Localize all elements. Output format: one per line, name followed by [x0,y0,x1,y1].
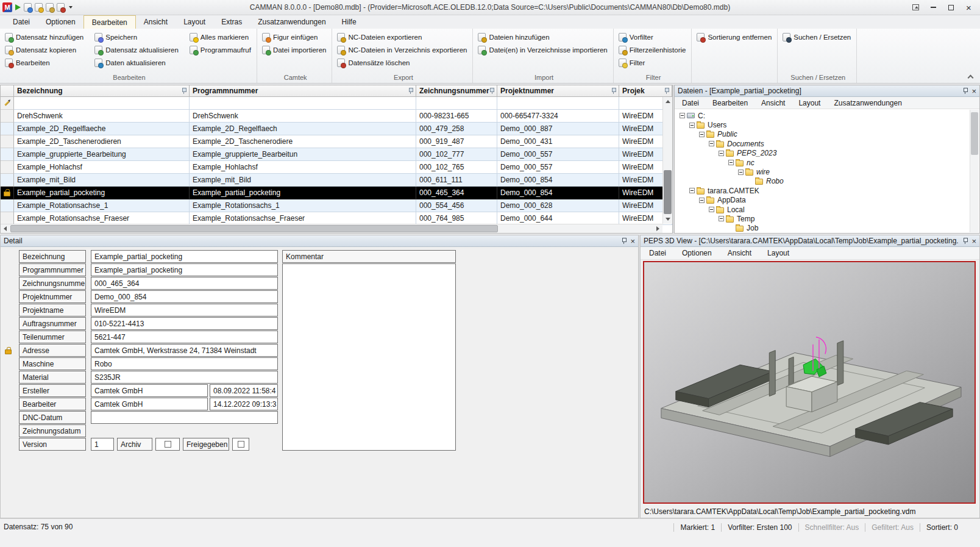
detail-field-maschine[interactable]: Robo [91,357,278,370]
tree-expander-icon[interactable] [699,198,705,203]
row-selector[interactable] [1,174,14,187]
run-icon[interactable] [15,4,21,10]
ribbon-tab-extras[interactable]: Extras [213,15,250,29]
ribbon-button-datensätze-löschen[interactable]: Datensätze löschen [336,56,470,69]
detail-field-projektname[interactable]: WireEDM [91,304,278,316]
grid-horizontal-scrollbar[interactable] [1,224,662,233]
ribbon-tab-datei[interactable]: Datei [5,15,38,29]
ribbon-button-nc-dateien-in-verzeichnis-exportieren[interactable]: NC-Dateien in Verzeichnis exportieren [336,43,470,56]
column-pin-icon[interactable] [181,88,186,95]
tree-item-local[interactable]: Local [680,205,970,214]
peps-menu-layout[interactable]: Layout [767,249,789,257]
ribbon-button-datei-importieren[interactable]: Datei importieren [261,43,330,56]
pin-icon[interactable] [962,238,967,244]
row-selector[interactable] [1,123,14,135]
3d-viewport[interactable] [643,261,976,504]
tree-item-users[interactable]: Users [680,120,970,129]
peps-menu-optionen[interactable]: Optionen [682,249,712,257]
tree-item-wire[interactable]: wire [680,167,970,176]
files-menu-bearbeiten[interactable]: Bearbeiten [712,99,748,107]
ribbon-button-vorfilter[interactable]: Vorfilter [618,30,689,43]
vertical-scroll-thumb[interactable] [664,170,672,214]
tree-expander-icon[interactable] [689,123,695,128]
ribbon-button-filter[interactable]: Filter [618,56,689,69]
close-panel-icon[interactable]: × [971,237,976,245]
scroll-down-button[interactable] [663,215,672,224]
qat-dropdown-caret-icon[interactable] [69,6,73,9]
tree-scrollbar[interactable] [970,110,979,232]
column-pin-icon[interactable] [611,88,616,95]
table-row-example-mit-bild[interactable]: Example_mit_BildExample_mit_Bild000_611_… [1,174,672,187]
table-row-drehschwenk[interactable]: DrehSchwenkDrehSchwenk000-98231-665000-6… [1,110,672,123]
files-menu-ansicht[interactable]: Ansicht [761,99,785,107]
ribbon-tab-ansicht[interactable]: Ansicht [136,15,176,29]
tree-expander-icon[interactable] [719,151,724,156]
files-menu-layout[interactable]: Layout [798,99,820,107]
filter-cell-projektnummer[interactable] [497,97,619,110]
tree-item-tarara-camtek[interactable]: tarara.CAMTEK [680,186,970,195]
tree-expander-icon[interactable] [738,170,744,175]
ribbon-button-daten-aktualisieren[interactable]: Daten aktualisieren [94,56,182,69]
peps-menu-datei[interactable]: Datei [649,249,666,257]
detail-field-programmnummer[interactable]: Example_partial_pocketing [91,263,278,276]
filter-cell-zeichnungsnummer[interactable] [416,97,497,110]
detail-field-material[interactable]: S235JR [91,371,278,384]
ribbon-button-dateien-hinzufügen[interactable]: Dateien hinzufügen [477,30,610,43]
grid-column-header-programmnummer[interactable]: Programmnummer [190,85,416,97]
detail-field-auftragsnummer[interactable]: 010-5221-4413 [91,317,278,330]
tree-item-nc[interactable]: nc [680,158,970,167]
ribbon-button-sortierung-entfernen[interactable]: Sortierung entfernen [696,30,775,43]
ribbon-tab-optionen[interactable]: Optionen [38,15,83,29]
close-button[interactable]: × [960,1,978,14]
ribbon-button-datensatz-aktualisieren[interactable]: Datensatz aktualisieren [94,43,182,56]
tree-scroll-thumb[interactable] [971,112,978,155]
filter-cell-bezeichnung[interactable] [14,97,190,110]
save-all-icon[interactable] [46,3,54,12]
detail-date-bearbeiter[interactable]: 14.12.2022 09:13:3 [210,398,278,410]
tree-item-robo[interactable]: Robo [680,177,970,186]
scroll-up-button[interactable] [663,97,672,106]
ribbon-button-nc-dateien-exportieren[interactable]: NC-Dateien exportieren [336,30,470,43]
row-selector[interactable] [1,212,14,225]
detail-field-dnc-datum[interactable] [91,411,278,424]
ribbon-tab-hilfe[interactable]: Hilfe [334,15,364,29]
freigegeben-checkbox[interactable] [238,441,244,448]
row-selector[interactable] [1,110,14,123]
detail-field-bearbeiter[interactable]: Camtek GmbH [91,398,208,410]
table-row-example-2d-taschenerodieren[interactable]: Example_2D_TaschenerodierenExample_2D_Ta… [1,135,672,148]
tree-item-public[interactable]: Public [680,130,970,139]
minimize-button[interactable] [925,1,942,14]
tree-expander-icon[interactable] [709,207,714,212]
new-file-icon[interactable] [24,3,32,12]
open-file-icon[interactable] [35,3,43,12]
export-file-icon[interactable] [57,3,65,12]
maximize-button[interactable] [942,1,960,14]
files-menu-zusatzanwendungen[interactable]: Zusatzanwendungen [834,99,901,107]
tree-item-appdata[interactable]: AppData [680,196,970,205]
detail-version-value[interactable]: 1 [91,438,114,451]
grid-column-header-zeichnungsnummer[interactable]: Zeichnungsnummer [416,85,497,97]
grid-vertical-scrollbar[interactable] [662,97,672,224]
pin-icon[interactable] [621,238,626,244]
row-selector[interactable] [1,135,14,148]
ribbon-options-button[interactable] [907,1,925,14]
ribbon-collapse-chevron-icon[interactable] [968,74,973,79]
ribbon-button-datensatz-kopieren[interactable]: Datensatz kopieren [4,43,87,56]
grid-column-header-bezeichnung[interactable]: Bezeichnung [14,85,190,97]
tree-expander-icon[interactable] [728,160,734,165]
tree-expander-icon[interactable] [689,188,695,193]
column-pin-icon[interactable] [408,88,413,95]
detail-field-adresse[interactable]: Camtek GmbH, Werkstrasse 24, 71384 Weins… [91,344,278,357]
table-row-example-gruppierte-bearbeitung[interactable]: Example_gruppierte_BearbeitungExample_gr… [1,148,672,161]
table-row-example-partial-pocketing[interactable]: Example_partial_pocketingExample_partial… [1,187,672,199]
table-row-example-2d-regelflaeche[interactable]: Example_2D_RegelflaecheExample_2D_Regelf… [1,123,672,135]
archiv-checkbox[interactable] [165,441,171,448]
tree-expander-icon[interactable] [699,132,705,137]
tree-expander-icon[interactable] [719,216,724,221]
tree-item-peps-2023[interactable]: PEPS_2023 [680,149,970,158]
filter-cell-programmnummer[interactable] [190,97,416,110]
ribbon-tab-layout[interactable]: Layout [176,15,213,29]
ribbon-button-datei-en-in-verzeichnisse-importieren[interactable]: Datei(en) in Verzeichnisse importieren [477,43,610,56]
ribbon-button-suchen-ersetzen[interactable]: Suchen / Ersetzen [782,30,854,43]
column-pin-icon[interactable] [664,88,669,95]
